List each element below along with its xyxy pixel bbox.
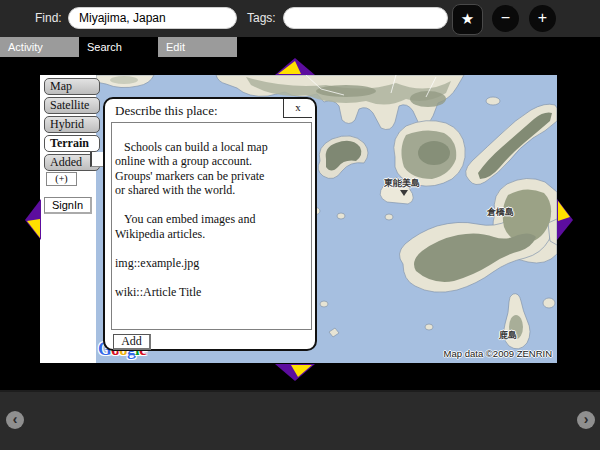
signin-button[interactable]: SignIn — [44, 197, 92, 214]
tab-activity[interactable]: Activity — [0, 37, 79, 57]
maptype-map-button[interactable]: Map — [44, 78, 100, 95]
star-icon: ★ — [461, 10, 474, 27]
chevron-left-icon: ‹ — [13, 411, 18, 427]
island-label-higashinoumijima: 東能美島 — [384, 177, 420, 190]
pan-down-arrow-icon — [275, 364, 315, 381]
island-label-kurahashijima: 倉橋島 — [487, 206, 514, 219]
tab-search[interactable]: Search — [79, 37, 158, 57]
label-pointer — [400, 190, 408, 196]
top-toolbar: Find: Tags: ★ − + — [0, 0, 600, 37]
map-marker — [90, 152, 103, 167]
tab-edit[interactable]: Edit — [158, 37, 237, 57]
map-attribution: Map data ©2009 ZENRIN — [444, 348, 552, 359]
star-button[interactable]: ★ — [452, 4, 483, 35]
island-label-kashima: 鹿島 — [499, 329, 517, 342]
description-textarea[interactable]: Schools can build a local map online wit… — [111, 122, 312, 330]
pan-up-arrow-icon — [275, 58, 315, 75]
maptype-hybrid-button[interactable]: Hybrid — [44, 116, 100, 133]
minus-icon: − — [501, 9, 510, 26]
add-button[interactable]: Add — [113, 334, 151, 350]
maptype-satellite-button[interactable]: Satellite — [44, 97, 100, 114]
close-icon[interactable]: x — [283, 99, 312, 118]
tags-input[interactable] — [283, 7, 448, 29]
describe-place-dialog: Describe this place: x Schools can build… — [103, 97, 317, 351]
pan-left-arrow-icon — [25, 199, 41, 240]
find-input[interactable] — [68, 7, 237, 29]
screen: Find: Tags: ★ − + Activity Search Edit — [0, 0, 600, 450]
plus-icon: + — [538, 9, 547, 26]
chevron-right-icon: › — [584, 411, 589, 427]
maptype-terrain-button[interactable]: Terrain — [44, 135, 100, 152]
dialog-title: Describe this place: — [115, 103, 218, 119]
find-label: Find: — [35, 11, 62, 25]
next-button[interactable]: › — [577, 411, 595, 429]
zoom-out-button[interactable]: − — [492, 5, 519, 32]
add-marker-button[interactable]: (+) — [46, 172, 77, 186]
prev-button[interactable]: ‹ — [6, 411, 24, 429]
tags-label: Tags: — [247, 11, 276, 25]
bottom-nav-bar: ‹ › — [0, 390, 600, 450]
pan-right-arrow-icon — [557, 199, 573, 240]
tab-bar: Activity Search Edit — [0, 37, 600, 57]
zoom-in-button[interactable]: + — [529, 5, 556, 32]
